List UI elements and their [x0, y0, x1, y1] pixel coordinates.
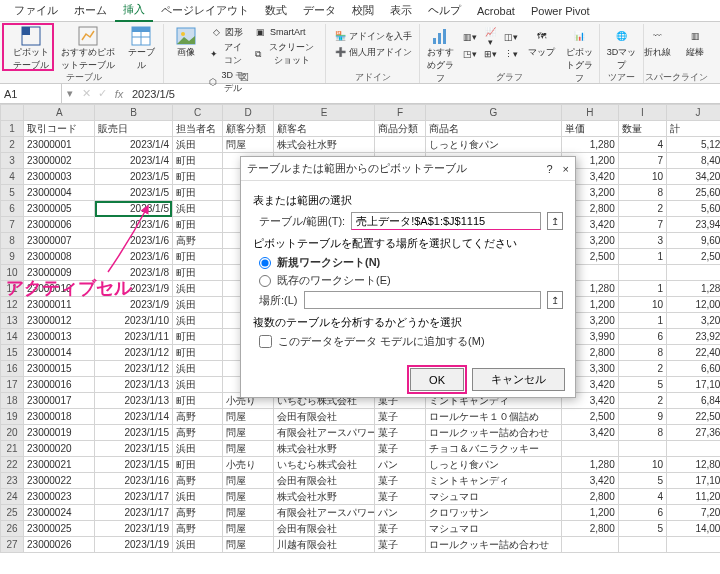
cell[interactable]: [667, 441, 721, 457]
cell[interactable]: 2023/1/8: [95, 265, 173, 281]
cell[interactable]: 10: [618, 169, 666, 185]
cell[interactable]: 1: [618, 313, 666, 329]
cell[interactable]: 問屋: [223, 441, 273, 457]
cell[interactable]: 浜田: [172, 377, 222, 393]
cell[interactable]: 2: [618, 361, 666, 377]
fx-icon[interactable]: fx: [110, 88, 128, 100]
cell[interactable]: 23000004: [24, 185, 95, 201]
row-header[interactable]: 26: [1, 521, 24, 537]
cell[interactable]: 浜田: [172, 137, 222, 153]
cell[interactable]: 1: [618, 249, 666, 265]
cell[interactable]: 川越有限会社: [273, 537, 375, 553]
cell[interactable]: 町田: [172, 457, 222, 473]
cell[interactable]: 3,200: [667, 313, 721, 329]
cell[interactable]: 7: [618, 153, 666, 169]
cell[interactable]: 1: [618, 281, 666, 297]
cell[interactable]: しっとり食パン: [425, 457, 561, 473]
cell[interactable]: 1,200: [562, 505, 619, 521]
row-header[interactable]: 17: [1, 377, 24, 393]
tab-Power Pivot[interactable]: Power Pivot: [523, 2, 598, 20]
cell[interactable]: 2: [618, 201, 666, 217]
cell[interactable]: 菓子: [375, 473, 425, 489]
col-header-J[interactable]: J: [667, 105, 721, 121]
row-header[interactable]: 9: [1, 249, 24, 265]
row-header[interactable]: 23: [1, 473, 24, 489]
cell[interactable]: 2023/1/9: [95, 281, 173, 297]
cell[interactable]: 14,000: [667, 521, 721, 537]
cell[interactable]: 2023/1/13: [95, 377, 173, 393]
row-header[interactable]: 11: [1, 281, 24, 297]
cell[interactable]: 商品名: [425, 121, 561, 137]
cell[interactable]: 23000015: [24, 361, 95, 377]
cell[interactable]: 2023/1/15: [95, 441, 173, 457]
row-header[interactable]: 3: [1, 153, 24, 169]
cell[interactable]: 2023/1/6: [95, 249, 173, 265]
cell[interactable]: 2023/1/6: [95, 233, 173, 249]
cell[interactable]: マシュマロ: [425, 489, 561, 505]
cell[interactable]: 浜田: [172, 281, 222, 297]
cell[interactable]: 菓子: [375, 425, 425, 441]
cell[interactable]: 問屋: [223, 537, 273, 553]
cell[interactable]: 単価: [562, 121, 619, 137]
cell[interactable]: 5,600: [667, 201, 721, 217]
cell[interactable]: 17,100: [667, 473, 721, 489]
cell[interactable]: 小売り: [223, 457, 273, 473]
row-header[interactable]: 6: [1, 201, 24, 217]
cell[interactable]: マシュマロ: [425, 521, 561, 537]
checkbox-data-model[interactable]: [259, 335, 272, 348]
col-header-H[interactable]: H: [562, 105, 619, 121]
tab-Acrobat[interactable]: Acrobat: [469, 2, 523, 20]
cell[interactable]: 菓子: [375, 441, 425, 457]
cell[interactable]: 9: [618, 409, 666, 425]
cell[interactable]: 菓子: [375, 489, 425, 505]
row-header[interactable]: 25: [1, 505, 24, 521]
cell[interactable]: しっとり食パン: [425, 137, 561, 153]
cell[interactable]: 23000023: [24, 489, 95, 505]
cell[interactable]: 2023/1/17: [95, 505, 173, 521]
cell[interactable]: 浜田: [172, 537, 222, 553]
cell[interactable]: 23000017: [24, 393, 95, 409]
cell[interactable]: 浜田: [172, 441, 222, 457]
cell[interactable]: 23000019: [24, 425, 95, 441]
cell[interactable]: 1,280: [562, 457, 619, 473]
tab-ヘルプ[interactable]: ヘルプ: [420, 0, 469, 21]
smartart-button[interactable]: ▣SmartArt: [251, 24, 321, 40]
cell[interactable]: 高野: [172, 473, 222, 489]
cell[interactable]: 2023/1/5: [95, 169, 173, 185]
cell[interactable]: 2023/1/4: [95, 137, 173, 153]
cell[interactable]: 1,280: [667, 281, 721, 297]
cell[interactable]: 計: [667, 121, 721, 137]
image-button[interactable]: 画像: [168, 24, 204, 61]
row-header[interactable]: 22: [1, 457, 24, 473]
cell[interactable]: 10: [618, 297, 666, 313]
cell[interactable]: 2,800: [562, 489, 619, 505]
cell[interactable]: 10: [618, 457, 666, 473]
cell[interactable]: 8: [618, 185, 666, 201]
row-header[interactable]: 7: [1, 217, 24, 233]
cell[interactable]: 2023/1/12: [95, 345, 173, 361]
recommended-pivot-button[interactable]: おすすめピボットテーブル: [56, 24, 121, 74]
cell[interactable]: 7,200: [667, 505, 721, 521]
cell[interactable]: 23000013: [24, 329, 95, 345]
cell[interactable]: 株式会社水野: [273, 137, 375, 153]
cell[interactable]: 株式会社水野: [273, 441, 375, 457]
cell[interactable]: 2023/1/14: [95, 409, 173, 425]
cell[interactable]: 2023/1/12: [95, 361, 173, 377]
cell[interactable]: 2023/1/4: [95, 153, 173, 169]
map3d-button[interactable]: 🌐3Dマップ: [604, 24, 640, 74]
tab-数式[interactable]: 数式: [257, 0, 295, 21]
cell[interactable]: 問屋: [223, 473, 273, 489]
cell[interactable]: 浜田: [172, 361, 222, 377]
cell[interactable]: [618, 441, 666, 457]
cell[interactable]: 27,360: [667, 425, 721, 441]
cell[interactable]: 問屋: [223, 505, 273, 521]
cell[interactable]: 1,280: [562, 137, 619, 153]
chart-line-icon[interactable]: 📈▾: [481, 26, 500, 48]
screenshot-button[interactable]: ⧉スクリーンショット: [251, 40, 321, 68]
row-header[interactable]: 2: [1, 137, 24, 153]
tab-ホーム[interactable]: ホーム: [66, 0, 115, 21]
cell[interactable]: 4: [618, 489, 666, 505]
enter-formula-icon[interactable]: ✓: [94, 87, 110, 100]
cell[interactable]: 町田: [172, 265, 222, 281]
cell[interactable]: 23000022: [24, 473, 95, 489]
